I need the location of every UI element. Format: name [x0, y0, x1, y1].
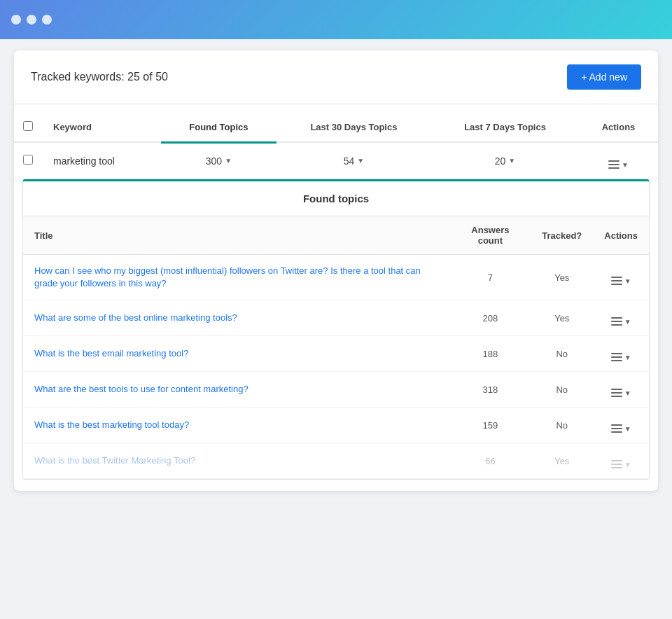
- topics-col-title: Title: [23, 216, 450, 255]
- found-topics-section: Found topics Title Answers count Tracked…: [22, 179, 650, 480]
- col-header-actions: Actions: [579, 113, 658, 142]
- topic-answers-count: 7: [450, 255, 531, 300]
- window-dot-3: [42, 15, 52, 25]
- topic-tracked-status: No: [531, 372, 593, 408]
- topic-row: What are the best tools to use for conte…: [23, 372, 649, 408]
- tracked-keywords-label: Tracked keywords: 25 of 50: [31, 71, 168, 83]
- row-checkbox-cell: [14, 142, 42, 179]
- topics-table: Title Answers count Tracked? Actions How…: [23, 216, 649, 479]
- last7days-number: 20: [495, 155, 506, 167]
- last30days-number: 54: [344, 155, 355, 167]
- hamburger-menu-icon: [608, 160, 620, 169]
- col-header-checkbox: [14, 113, 42, 142]
- last30days-value: 54 ▼: [276, 142, 431, 179]
- topic-hamburger-icon: [611, 353, 622, 361]
- topic-arrow-icon: ▼: [624, 389, 631, 397]
- found-topics-value: 300 ▼: [161, 142, 276, 179]
- topic-answers-count: 159: [450, 408, 531, 443]
- add-new-button[interactable]: + Add new: [567, 64, 641, 90]
- actions-arrow-icon: ▼: [622, 161, 629, 169]
- topic-actions-button[interactable]: ▼: [611, 389, 631, 397]
- topic-actions-cell: ▼: [593, 336, 649, 372]
- topic-tracked-status: Yes: [531, 443, 593, 479]
- topic-actions-button[interactable]: ▼: [611, 317, 631, 326]
- topic-arrow-icon: ▼: [624, 277, 631, 285]
- select-all-checkbox[interactable]: [23, 121, 33, 131]
- topic-row: How can I see who my biggest (most influ…: [23, 255, 649, 300]
- topic-tracked-status: No: [531, 408, 593, 443]
- topic-answers-count: 66: [450, 443, 531, 479]
- topic-actions-button[interactable]: ▼: [611, 424, 631, 433]
- topic-actions-cell: ▼: [593, 300, 649, 336]
- topic-arrow-icon: ▼: [624, 318, 631, 326]
- topics-col-actions: Actions: [593, 216, 649, 255]
- last7days-arrow-icon: ▼: [508, 157, 515, 165]
- found-topics-section-title: Found topics: [23, 181, 649, 216]
- header-row: Tracked keywords: 25 of 50 + Add new: [14, 50, 658, 104]
- topic-arrow-icon: ▼: [624, 354, 631, 361]
- col-header-found-topics: Found Topics: [161, 113, 276, 142]
- topic-hamburger-icon: [611, 277, 622, 285]
- topic-actions-cell: ▼: [593, 443, 649, 479]
- keywords-table: Keyword Found Topics Last 30 Days Topics…: [14, 113, 658, 179]
- topics-col-tracked: Tracked?: [531, 216, 593, 255]
- col-header-keyword: Keyword: [42, 113, 161, 142]
- topic-hamburger-icon: [611, 460, 622, 468]
- topic-answers-count: 188: [450, 336, 531, 372]
- topic-actions-cell: ▼: [593, 372, 649, 408]
- topic-title-cell[interactable]: What are some of the best online marketi…: [23, 300, 450, 336]
- window-dot-1: [11, 15, 21, 25]
- last30days-dropdown[interactable]: 54 ▼: [344, 155, 364, 167]
- keyword-name: marketing tool: [42, 142, 161, 179]
- topic-title-cell[interactable]: What is the best marketing tool today?: [23, 408, 450, 443]
- row-checkbox[interactable]: [23, 155, 33, 165]
- topic-title-cell[interactable]: What is the best email marketing tool?: [23, 336, 450, 372]
- topic-actions-cell: ▼: [593, 408, 649, 443]
- topic-tracked-status: Yes: [531, 300, 593, 336]
- keyword-actions-button[interactable]: ▼: [608, 160, 629, 169]
- topic-title-cell[interactable]: What is the best Twitter Marketing Tool?: [23, 443, 450, 479]
- topic-hamburger-icon: [611, 389, 622, 397]
- title-bar: [0, 0, 672, 39]
- topic-answers-count: 208: [450, 300, 531, 336]
- topic-title-cell[interactable]: What are the best tools to use for conte…: [23, 372, 450, 408]
- col-header-last30days: Last 30 Days Topics: [276, 113, 431, 142]
- last30days-arrow-icon: ▼: [357, 157, 364, 165]
- topic-row: What is the best Twitter Marketing Tool?…: [23, 443, 649, 479]
- topic-actions-button[interactable]: ▼: [611, 460, 631, 468]
- found-topics-dropdown[interactable]: 300 ▼: [206, 155, 232, 167]
- keyword-row: marketing tool 300 ▼ 54 ▼ 20: [14, 142, 658, 179]
- topic-answers-count: 318: [450, 372, 531, 408]
- col-header-last7days: Last 7 Days Topics: [431, 113, 579, 142]
- topic-actions-cell: ▼: [593, 255, 649, 300]
- topic-hamburger-icon: [611, 424, 622, 433]
- topic-tracked-status: No: [531, 336, 593, 372]
- topic-row: What is the best email marketing tool?18…: [23, 336, 649, 372]
- topic-arrow-icon: ▼: [624, 425, 631, 433]
- topic-tracked-status: Yes: [531, 255, 593, 300]
- topic-arrow-icon: ▼: [624, 461, 631, 468]
- window-dot-2: [27, 15, 36, 25]
- topic-title-cell[interactable]: How can I see who my biggest (most influ…: [23, 255, 450, 300]
- topic-row: What is the best marketing tool today?15…: [23, 408, 649, 443]
- topic-hamburger-icon: [611, 317, 622, 326]
- found-topics-number: 300: [206, 155, 222, 167]
- topic-row: What are some of the best online marketi…: [23, 300, 649, 336]
- keyword-actions-cell: ▼: [579, 142, 658, 179]
- main-container: Tracked keywords: 25 of 50 + Add new Key…: [14, 50, 658, 491]
- last7days-value: 20 ▼: [431, 142, 579, 179]
- topic-actions-button[interactable]: ▼: [611, 353, 631, 361]
- found-topics-arrow-icon: ▼: [225, 157, 232, 165]
- topics-col-answers: Answers count: [450, 216, 531, 255]
- topic-actions-button[interactable]: ▼: [611, 277, 631, 285]
- last7days-dropdown[interactable]: 20 ▼: [495, 155, 515, 167]
